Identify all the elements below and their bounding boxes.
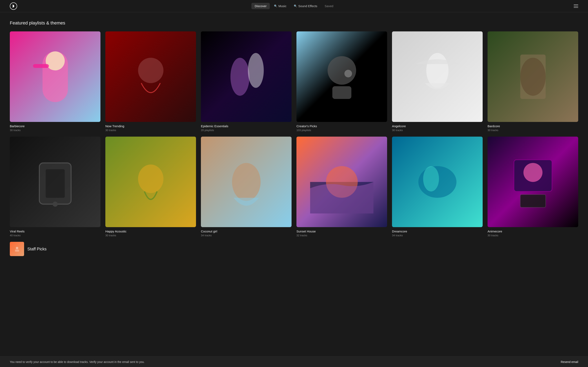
svg-point-15 [53,201,58,207]
card-title-sunsethouse: Sunset House [296,230,387,233]
svg-point-9 [344,70,352,77]
nav-sound-effects[interactable]: 🔍 Sound Effects [291,3,320,9]
card-image-epidemic [201,31,292,122]
card-title-animecore: Animecore [488,230,578,233]
nav-music-label: Music [278,4,286,8]
card-image-angelcore [392,31,483,122]
playlist-card-animecore[interactable]: Animecore30 tracks [488,137,578,237]
playlist-card-epidemic[interactable]: Epidemic Essentials20 playlists [201,31,292,132]
card-subtitle-dreamcore: 34 tracks [392,234,483,237]
card-subtitle-happyacoustic: 30 tracks [105,234,196,237]
card-title-creators: Creator's Picks [296,124,387,128]
menu-icon[interactable] [574,4,578,8]
staff-picks-preview[interactable]: Staff Picks [10,242,578,256]
nav-music[interactable]: 🔍 Music [271,3,290,9]
staff-picks-section: Staff Picks [10,242,578,256]
playlist-card-viralreels[interactable]: Viral Reels40 tracks [10,137,100,237]
svg-rect-14 [45,169,65,198]
svg-point-5 [230,58,249,96]
staff-picks-thumbnail [10,242,24,256]
card-title-coconutgirl: Coconut girl [201,230,292,233]
card-title-angelcore: Angelcore [392,124,483,128]
nav-saved[interactable]: Saved [321,3,337,9]
card-title-viralreels: Viral Reels [10,230,100,233]
playlist-card-nowtrending[interactable]: Now Trending30 tracks [105,31,196,132]
search-icon-music: 🔍 [274,4,277,8]
playlist-card-happyacoustic[interactable]: Happy Acoustic30 tracks [105,137,196,237]
card-title-dreamcore: Dreamcore [392,230,483,233]
card-title-happyacoustic: Happy Acoustic [105,230,196,233]
svg-rect-24 [520,194,545,207]
playlist-card-dreamcore[interactable]: Dreamcore34 tracks [392,137,483,237]
card-image-nowtrending [105,31,196,122]
svg-point-12 [520,58,545,96]
svg-rect-8 [332,86,351,99]
playlist-card-creators[interactable]: Creator's Picks103 playlists [296,31,387,132]
resend-email-button[interactable]: Resend email [561,360,578,364]
svg-point-23 [523,163,542,182]
staff-picks-label: Staff Picks [27,247,47,251]
card-subtitle-nowtrending: 30 tracks [105,129,196,132]
card-image-barbiecore [10,31,100,122]
svg-point-10 [426,53,449,88]
card-subtitle-bardcore: 30 tracks [488,129,578,132]
logo[interactable] [10,2,17,10]
playlist-grid-row1: Barbiecore30 tracksNow Trending30 tracks… [10,31,578,132]
playlist-card-barbiecore[interactable]: Barbiecore30 tracks [10,31,100,132]
card-title-epidemic: Epidemic Essentials [201,124,292,128]
svg-point-16 [138,165,163,193]
nav-saved-label: Saved [325,4,333,8]
svg-point-17 [232,163,260,201]
card-title-barbiecore: Barbiecore [10,124,100,128]
nav-discover-label: Discover [255,4,267,8]
featured-section-title: Featured playlists & themes [10,20,578,26]
playlist-card-sunsethouse[interactable]: Sunset House32 tracks [296,137,387,237]
card-image-animecore [488,137,578,227]
nav-discover[interactable]: Discover [251,3,270,9]
playlist-card-coconutgirl[interactable]: Coconut girl34 tracks [201,137,292,237]
nav-sound-effects-label: Sound Effects [298,4,317,8]
main-content: Featured playlists & themes Barbiecore30… [0,12,588,276]
svg-point-2 [45,51,65,70]
card-image-creators [296,31,387,122]
svg-point-21 [423,166,439,191]
navbar: Discover 🔍 Music 🔍 Sound Effects Saved [0,0,588,12]
card-subtitle-sunsethouse: 32 tracks [296,234,387,237]
card-image-bardcore [488,31,578,122]
card-subtitle-barbiecore: 30 tracks [10,129,100,132]
card-subtitle-creators: 103 playlists [296,129,387,132]
bottom-bar: You need to verify your account to be ab… [0,356,588,367]
svg-point-25 [16,247,18,249]
card-subtitle-epidemic: 20 playlists [201,129,292,132]
card-image-sunsethouse [296,137,387,227]
svg-rect-3 [33,64,49,68]
card-subtitle-animecore: 30 tracks [488,234,578,237]
verify-message: You need to verify your account to be ab… [10,360,145,364]
card-subtitle-viralreels: 40 tracks [10,234,100,237]
svg-point-7 [328,56,356,85]
playlist-card-bardcore[interactable]: Bardcore30 tracks [488,31,578,132]
card-subtitle-coconutgirl: 34 tracks [201,234,292,237]
svg-rect-26 [15,250,19,252]
search-icon-sound: 🔍 [294,4,297,8]
card-image-dreamcore [392,137,483,227]
nav-links: Discover 🔍 Music 🔍 Sound Effects Saved [251,3,337,9]
svg-point-4 [138,58,163,83]
card-image-coconutgirl [201,137,292,227]
playlist-card-angelcore[interactable]: Angelcore30 tracks [392,31,483,132]
playlist-grid-row2: Viral Reels40 tracksHappy Acoustic30 tra… [10,137,578,237]
card-title-nowtrending: Now Trending [105,124,196,128]
card-image-happyacoustic [105,137,196,227]
card-subtitle-angelcore: 30 tracks [392,129,483,132]
svg-point-6 [248,53,264,88]
card-image-viralreels [10,137,100,227]
card-title-bardcore: Bardcore [488,124,578,128]
